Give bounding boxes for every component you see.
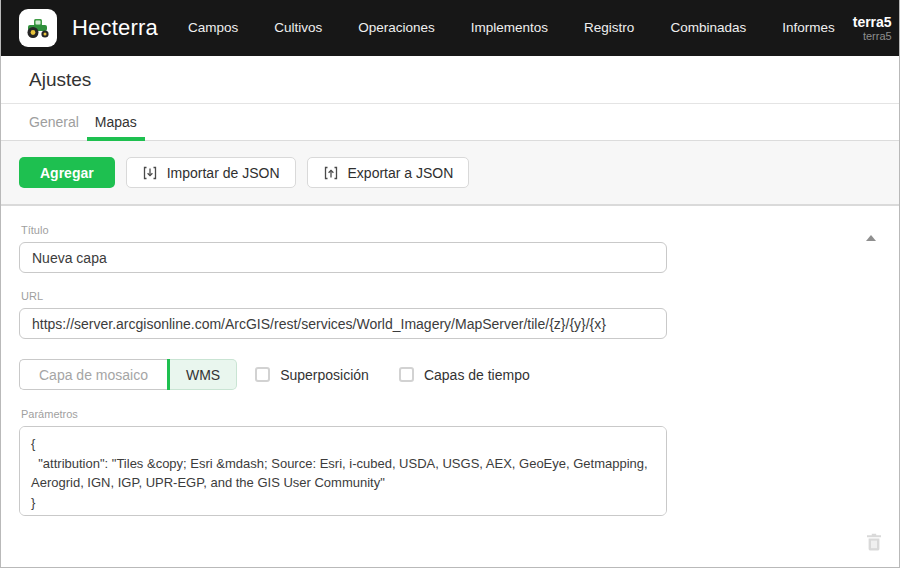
nav-item-implementos[interactable]: Implementos — [453, 0, 566, 56]
layer-type-switch: Capa de mosaico WMS — [19, 359, 237, 390]
time-layers-checkbox-group[interactable]: Capas de tiempo — [399, 367, 530, 383]
layer-type-row: Capa de mosaico WMS Superposición Capas … — [19, 359, 881, 390]
time-layers-checkbox-label: Capas de tiempo — [424, 367, 530, 383]
time-layers-checkbox[interactable] — [399, 367, 414, 382]
nav-item-cultivos[interactable]: Cultivos — [256, 0, 340, 56]
collapse-layer-button[interactable] — [864, 232, 878, 244]
export-json-button[interactable]: Exportar a JSON — [307, 157, 470, 188]
title-input[interactable] — [19, 242, 667, 273]
tab-mapas-label: Mapas — [95, 114, 137, 130]
user-info: terra5 terra5 — [853, 14, 892, 43]
export-json-label: Exportar a JSON — [348, 165, 454, 181]
trash-icon — [866, 537, 882, 554]
params-field: Parámetros { "attribution": "Tiles &copy… — [19, 408, 881, 520]
tab-mapas[interactable]: Mapas — [87, 104, 145, 140]
app-window: Hecterra Campos Cultivos Operaciones Imp… — [0, 0, 900, 568]
layer-form: Título URL Capa de mosaico WMS Superposi… — [1, 206, 899, 567]
layer-type-tile-option[interactable]: Capa de mosaico — [19, 359, 167, 390]
tab-general[interactable]: General — [21, 104, 87, 140]
top-navbar: Hecterra Campos Cultivos Operaciones Imp… — [1, 0, 899, 56]
overlay-checkbox[interactable] — [255, 367, 270, 382]
upload-icon — [323, 165, 339, 181]
page-header: Ajustes — [1, 56, 899, 104]
layer-type-wms-option[interactable]: WMS — [170, 359, 237, 390]
user-account: terra5 — [853, 30, 892, 43]
overlay-checkbox-group[interactable]: Superposición — [255, 367, 369, 383]
url-input[interactable] — [19, 308, 667, 339]
params-field-label: Parámetros — [21, 408, 881, 420]
collapse-up-icon — [866, 235, 876, 241]
nav-item-combinadas[interactable]: Combinadas — [652, 0, 764, 56]
import-json-button[interactable]: Importar de JSON — [126, 157, 296, 188]
download-icon — [142, 165, 158, 181]
nav-item-registro[interactable]: Registro — [566, 0, 652, 56]
add-layer-button[interactable]: Agregar — [19, 157, 115, 188]
brand-home-link[interactable]: Hecterra — [19, 9, 158, 47]
tractor-icon — [19, 9, 57, 47]
maps-toolbar: Agregar Importar de JSON — [1, 141, 899, 206]
delete-layer-button[interactable] — [866, 533, 882, 555]
url-field: URL — [19, 290, 881, 339]
url-field-label: URL — [21, 290, 881, 302]
user-name: terra5 — [853, 14, 892, 30]
brand-title: Hecterra — [72, 15, 158, 41]
main-nav: Campos Cultivos Operaciones Implementos … — [170, 0, 853, 56]
active-tab-indicator — [87, 137, 145, 141]
page-title: Ajustes — [29, 69, 871, 91]
nav-item-informes[interactable]: Informes — [764, 0, 853, 56]
settings-tabs: General Mapas — [1, 104, 899, 141]
nav-item-campos[interactable]: Campos — [170, 0, 256, 56]
nav-item-operaciones[interactable]: Operaciones — [340, 0, 453, 56]
overlay-checkbox-label: Superposición — [280, 367, 369, 383]
import-json-label: Importar de JSON — [167, 165, 280, 181]
title-field: Título — [19, 224, 881, 273]
title-field-label: Título — [21, 224, 881, 236]
user-menu[interactable]: terra5 terra5 — [853, 14, 900, 43]
params-textarea[interactable]: { "attribution": "Tiles &copy; Esri &mda… — [19, 426, 667, 516]
